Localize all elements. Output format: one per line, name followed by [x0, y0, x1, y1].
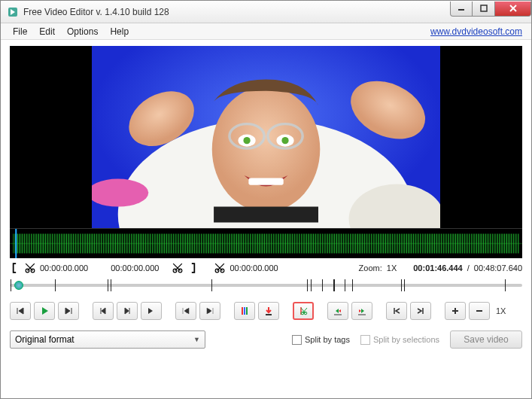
save-label: Save video: [464, 334, 508, 345]
menu-options[interactable]: Options: [61, 25, 104, 38]
slider-tick: [352, 279, 353, 291]
slider-tick: [111, 279, 111, 291]
bracket-right-icon: [187, 263, 198, 273]
scissors-icon: [172, 263, 183, 273]
minimize-button[interactable]: [450, 2, 473, 17]
slider-tick: [307, 279, 308, 291]
scissors-icon: [214, 263, 225, 273]
split-by-tags-checkbox[interactable]: Split by tags: [292, 335, 350, 345]
split-by-tags-label: Split by tags: [305, 335, 350, 344]
step-forward-button[interactable]: [58, 302, 79, 320]
waveform[interactable]: [10, 228, 522, 258]
time-separator: /: [467, 263, 470, 273]
download-marker-button[interactable]: [258, 302, 279, 320]
svg-point-9: [243, 137, 250, 144]
slider-tick: [311, 279, 312, 291]
svg-point-7: [212, 87, 321, 212]
zoom-in-button[interactable]: [445, 302, 466, 320]
duration-time: 00:48:07.640: [474, 263, 522, 273]
close-button[interactable]: [495, 2, 531, 17]
format-select[interactable]: Original format ▼: [10, 330, 205, 349]
skip-start-button[interactable]: [175, 302, 196, 320]
slider-thumb[interactable]: [14, 281, 23, 290]
forward-button[interactable]: [141, 302, 162, 320]
content-area: 00:00:00.000 00:00:00.000 00:00:00.000 Z…: [1, 40, 531, 398]
split-by-selections-checkbox[interactable]: Split by selections: [360, 335, 439, 345]
checkbox-icon: [292, 335, 302, 345]
current-time: 00:01:46.444: [413, 263, 462, 273]
slider-tick: [505, 279, 506, 291]
step-back-button[interactable]: [10, 302, 31, 320]
timeline-slider[interactable]: [10, 276, 522, 294]
prev-frame-button[interactable]: [93, 302, 114, 320]
chevron-down-icon: ▼: [193, 336, 200, 343]
svg-rect-21: [13, 234, 519, 254]
bottom-bar: Original format ▼ Split by tags Split by…: [10, 323, 522, 352]
slider-track: [10, 284, 522, 287]
save-video-button[interactable]: Save video: [450, 330, 522, 349]
zoom-label: Zoom:: [359, 263, 382, 273]
scissors-icon: [25, 263, 35, 273]
slider-tick: [345, 279, 345, 291]
menubar: File Edit Options Help www.dvdvideosoft.…: [1, 23, 531, 40]
trim-left-button[interactable]: [327, 302, 348, 320]
split-by-selections-label: Split by selections: [373, 335, 439, 344]
video-frame: [92, 46, 440, 228]
svg-rect-2: [481, 5, 487, 11]
zoom-value: 1X: [387, 263, 397, 273]
next-frame-button[interactable]: [117, 302, 138, 320]
cut-in-time: 00:00:00.000: [40, 263, 88, 273]
slider-tick: [322, 279, 323, 291]
slider-tick: [333, 279, 335, 291]
svg-point-11: [281, 137, 288, 144]
window-title: Free Video Editor v. 1.4.10 build 128: [23, 7, 450, 17]
svg-rect-14: [248, 178, 283, 184]
zoom-text: 1X: [493, 306, 509, 315]
trim-right-button[interactable]: [351, 302, 372, 320]
slider-tick: [108, 279, 108, 291]
menu-file[interactable]: File: [7, 25, 33, 38]
play-button[interactable]: [34, 302, 55, 320]
checkbox-icon: [360, 335, 370, 345]
video-preview[interactable]: [10, 46, 522, 228]
marker-button[interactable]: [234, 302, 255, 320]
jump-left-button[interactable]: [386, 302, 407, 320]
time-info-row: 00:00:00.000 00:00:00.000 00:00:00.000 Z…: [10, 258, 522, 275]
zoom-out-button[interactable]: [469, 302, 490, 320]
skip-end-button[interactable]: [199, 302, 220, 320]
format-value: Original format: [15, 334, 74, 345]
menu-help[interactable]: Help: [104, 25, 135, 38]
slider-tick: [404, 279, 405, 291]
toolbar: 1X: [10, 299, 522, 323]
window-controls: [450, 2, 531, 17]
jump-right-button[interactable]: [410, 302, 431, 320]
titlebar: Free Video Editor v. 1.4.10 build 128: [1, 1, 531, 23]
app-icon: [7, 6, 19, 18]
slider-tick: [401, 279, 402, 291]
app-window: Free Video Editor v. 1.4.10 build 128 Fi…: [0, 0, 532, 399]
cut-out-time: 00:00:00.000: [230, 263, 278, 273]
slider-tick: [211, 279, 212, 291]
slider-tick: [11, 279, 11, 291]
maximize-button[interactable]: [473, 2, 495, 17]
slider-tick: [55, 279, 56, 291]
bracket-left-icon: [10, 263, 20, 273]
cut-mid-time: 00:00:00.000: [111, 263, 159, 273]
cut-selection-button[interactable]: [293, 302, 314, 320]
website-link[interactable]: www.dvdvideosoft.com: [430, 26, 525, 37]
menu-edit[interactable]: Edit: [33, 25, 61, 38]
